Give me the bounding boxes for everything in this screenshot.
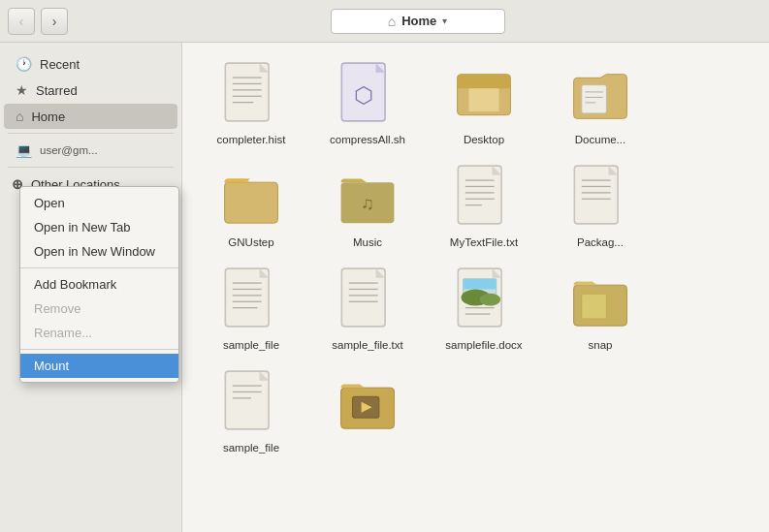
ctx-divider-1 [20,267,178,268]
grid-container: completer.hist ⬡ compressAll.sh [198,58,753,461]
sidebar-item-starred[interactable]: ★ Starred [4,78,177,103]
file-item-sample-file-txt[interactable]: sample_file.txt [314,264,421,359]
breadcrumb[interactable]: ⌂ Home ▾ [331,9,505,34]
file-item-music[interactable]: ♫ Music [314,161,421,256]
file-item-gnustep[interactable]: GNUstep [198,161,304,256]
sidebar-user-email: user@gm... [40,144,98,156]
location-text: Home [401,14,436,28]
sidebar-label-recent: Recent [40,57,80,72]
file-item-video-file[interactable]: sample_file [198,366,304,461]
computer-icon: 💻 [16,142,32,158]
file-grid: completer.hist ⬡ compressAll.sh [182,43,769,532]
file-icon-snap [569,271,631,333]
file-name-video-text: sample_file [223,442,279,454]
file-name-package: Packag... [577,236,624,248]
svg-rect-11 [582,84,607,112]
file-name-completer-hist: completer.hist [217,134,286,145]
location-bar: ⌂ Home ▾ [74,9,761,34]
header: ‹ › ⌂ Home ▾ [0,0,769,43]
ctx-open[interactable]: Open [20,191,178,215]
forward-button[interactable]: › [41,8,68,35]
file-item-mytextfile[interactable]: MyTextFile.txt [431,161,537,256]
file-item-package[interactable]: Packag... [547,161,654,256]
svg-rect-50 [582,294,607,319]
file-name-snap: snap [589,339,613,351]
file-name-music: Music [353,236,382,248]
sidebar-item-recent[interactable]: 🕐 Recent [4,51,177,77]
file-icon-samplefile-docx [453,271,515,333]
ctx-add-bookmark[interactable]: Add Bookmark [20,272,178,297]
file-item-sample-file[interactable]: sample_file [198,264,304,359]
svg-rect-45 [464,278,497,289]
file-name-mytextfile: MyTextFile.txt [450,236,518,248]
svg-text:♫: ♫ [361,192,374,212]
clock-icon: 🕐 [16,56,32,72]
sidebar-item-home[interactable]: ⌂ Home [4,104,177,129]
file-icon-desktop [453,66,515,128]
ctx-mount[interactable]: Mount [20,354,178,378]
file-icon-package [569,169,631,231]
file-item-folder-video[interactable] [314,366,421,461]
file-item-desktop[interactable]: Desktop [431,58,537,153]
file-icon-mytextfile [453,169,515,231]
svg-point-47 [480,293,500,305]
chevron-down-icon: ▾ [442,16,447,26]
sidebar-label-home: Home [31,110,65,124]
file-icon-documents [569,66,631,128]
file-icon-compressall: ⬡ [336,66,399,128]
back-button[interactable]: ‹ [8,8,35,35]
svg-text:⬡: ⬡ [354,81,373,107]
ctx-divider-2 [20,349,178,350]
ctx-open-new-tab[interactable]: Open in New Tab [20,215,178,239]
star-icon: ★ [16,82,28,98]
ctx-remove[interactable]: Remove [20,297,178,321]
file-name-samplefile-docx: samplefile.docx [445,339,522,351]
file-item-compressall[interactable]: ⬡ compressAll.sh [314,58,421,153]
sidebar-divider-1 [8,133,174,134]
file-icon-video-text [220,374,282,436]
file-item-documents[interactable]: Docume... [547,58,654,153]
sidebar-divider-2 [8,167,174,168]
file-icon-completer [220,66,282,128]
context-menu: Open Open in New Tab Open in New Window … [19,186,179,383]
main-container: 🕐 Recent ★ Starred ⌂ Home Open Open in N… [0,43,769,532]
file-icon-folder-video [336,374,399,436]
file-name-desktop: Desktop [464,134,504,145]
file-icon-sample-file-txt [336,271,399,333]
file-item-completer-hist[interactable]: completer.hist [198,58,304,153]
file-item-snap[interactable]: snap [547,264,654,359]
file-icon-sample-file [220,271,282,333]
svg-rect-10 [468,88,498,111]
ctx-open-new-window[interactable]: Open in New Window [20,239,178,264]
file-icon-music: ♫ [336,169,399,231]
sidebar-user-account[interactable]: 💻 user@gm... [4,138,177,163]
home-sidebar-icon: ⌂ [16,109,23,124]
file-name-compressall: compressAll.sh [330,134,405,145]
sidebar-label-starred: Starred [36,83,78,98]
ctx-rename[interactable]: Rename... [20,321,178,345]
sidebar: 🕐 Recent ★ Starred ⌂ Home Open Open in N… [0,43,182,532]
file-item-samplefile-docx[interactable]: samplefile.docx [431,264,537,359]
file-name-gnustep: GNUstep [228,236,273,248]
file-name-sample-file: sample_file [223,339,279,351]
file-icon-gnustep [220,169,282,231]
home-icon: ⌂ [388,14,396,29]
file-name-sample-file-txt: sample_file.txt [332,339,403,351]
file-name-documents: Docume... [575,134,625,145]
